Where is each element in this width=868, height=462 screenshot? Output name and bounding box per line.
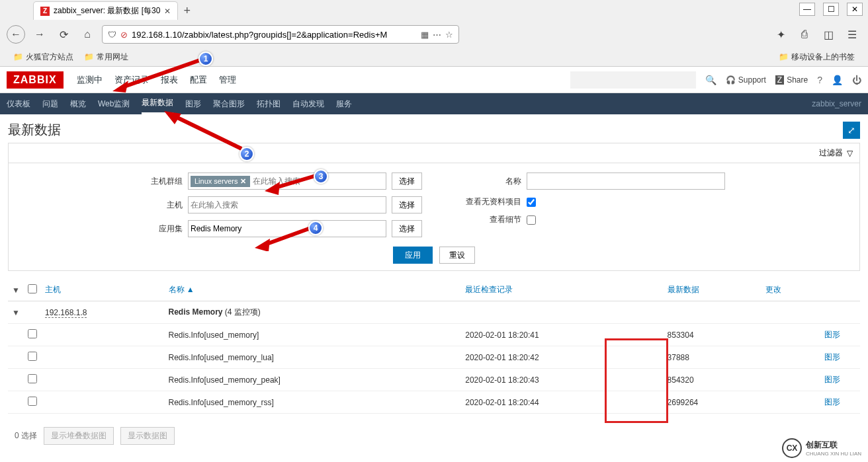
hostgroup-field[interactable]: Linux servers ✕ bbox=[188, 173, 386, 190]
sub-nav: 仪表板 问题 概览 Web监测 最新数据 图形 聚合图形 拓扑图 自动发现 服务… bbox=[0, 93, 868, 114]
menu-icon[interactable]: ☰ bbox=[843, 25, 861, 44]
tag-remove-icon[interactable]: ✕ bbox=[240, 177, 246, 186]
filter-toggle-bar[interactable]: 过滤器 ▽ bbox=[8, 143, 860, 163]
table-footer: 0 选择 显示堆叠数据图 显示数据图 bbox=[8, 420, 860, 451]
col-latest[interactable]: 最新数据 bbox=[664, 279, 761, 301]
window-controls: — ☐ ✕ bbox=[799, 3, 863, 16]
subnav-screens[interactable]: 聚合图形 bbox=[213, 98, 245, 110]
subnav-overview[interactable]: 概览 bbox=[70, 98, 86, 110]
graph-link[interactable]: 图形 bbox=[820, 369, 860, 391]
share-link[interactable]: Z Share bbox=[775, 75, 808, 85]
server-label: zabbix_server bbox=[812, 99, 861, 108]
table-row: Redis.Info[used_memory_lua] 2020-02-01 1… bbox=[8, 346, 860, 369]
hostgroup-tag: Linux servers ✕ bbox=[191, 176, 250, 187]
new-tab-button[interactable]: + bbox=[183, 4, 191, 18]
watermark: CX 创新互联 CHUANG XIN HU LIAN bbox=[782, 438, 861, 458]
table-row: Redis.Info[used_memory] 2020-02-01 18:20… bbox=[8, 324, 860, 346]
browser-chrome: — ☐ ✕ Z zabbix_server: 最新数据 [每30 ✕ + ← →… bbox=[0, 0, 868, 67]
graph-button[interactable]: 显示数据图 bbox=[120, 427, 175, 445]
app-select-btn[interactable]: 选择 bbox=[392, 220, 422, 237]
subnav-services[interactable]: 服务 bbox=[336, 98, 352, 110]
power-icon[interactable]: ⏻ bbox=[852, 75, 861, 85]
host-input[interactable] bbox=[191, 200, 384, 210]
zabbix-logo[interactable]: ZABBIX bbox=[7, 71, 64, 89]
library-icon[interactable]: ⎙ bbox=[795, 25, 814, 44]
graph-link[interactable]: 图形 bbox=[820, 391, 860, 414]
sidebar-icon[interactable]: ◫ bbox=[819, 25, 838, 44]
reload-button[interactable]: ⟳ bbox=[54, 25, 73, 44]
expand-all-icon[interactable]: ▼ bbox=[12, 286, 20, 295]
stacked-graph-button[interactable]: 显示堆叠数据图 bbox=[44, 427, 114, 445]
row-checkbox[interactable] bbox=[28, 329, 37, 338]
col-host[interactable]: 主机 bbox=[41, 279, 165, 301]
bookmark-mobile[interactable]: 📁 移动设备上的书签 bbox=[779, 52, 855, 63]
item-value: 2699264 bbox=[664, 391, 761, 414]
reset-button[interactable]: 重设 bbox=[439, 247, 475, 264]
col-name[interactable]: 名称 ▲ bbox=[165, 279, 462, 301]
forward-button[interactable]: → bbox=[30, 25, 49, 44]
zabbix-header: ZABBIX 监测中 资产记录 报表 配置 管理 🔍 🎧 Support Z S… bbox=[0, 67, 868, 93]
address-bar[interactable]: 🛡 ⊘ ▦ ⋯ ☆ bbox=[102, 25, 459, 44]
show-empty-checkbox[interactable] bbox=[527, 198, 536, 207]
subnav-problems[interactable]: 问题 bbox=[42, 98, 58, 110]
subnav-dashboard[interactable]: 仪表板 bbox=[7, 98, 30, 110]
row-checkbox[interactable] bbox=[28, 352, 37, 361]
global-search[interactable] bbox=[570, 71, 696, 89]
browser-tab[interactable]: Z zabbix_server: 最新数据 [每30 ✕ bbox=[33, 1, 178, 20]
support-link[interactable]: 🎧 Support bbox=[726, 75, 766, 85]
col-lastcheck[interactable]: 最近检查记录 bbox=[461, 279, 663, 301]
subnav-maps[interactable]: 拓扑图 bbox=[257, 98, 281, 110]
subnav-web[interactable]: Web监测 bbox=[98, 98, 130, 110]
collapse-icon[interactable]: ▼ bbox=[12, 308, 20, 317]
menu-monitoring[interactable]: 监测中 bbox=[77, 74, 103, 86]
host-field[interactable] bbox=[188, 196, 386, 213]
bookmarks-bar: 📁 火狐官方站点 📁 常用网址 📁 移动设备上的书签 bbox=[0, 48, 868, 66]
show-detail-checkbox[interactable] bbox=[527, 215, 536, 225]
row-checkbox[interactable] bbox=[28, 374, 37, 383]
hostgroup-select-btn[interactable]: 选择 bbox=[392, 173, 422, 190]
app-input[interactable] bbox=[191, 224, 384, 233]
subnav-discovery[interactable]: 自动发现 bbox=[292, 98, 324, 110]
menu-admin[interactable]: 管理 bbox=[219, 74, 236, 86]
maximize-button[interactable]: ☐ bbox=[823, 3, 839, 16]
more-icon[interactable]: ⋯ bbox=[433, 30, 441, 40]
menu-inventory[interactable]: 资产记录 bbox=[114, 74, 149, 86]
search-icon[interactable]: 🔍 bbox=[705, 75, 716, 85]
minimize-button[interactable]: — bbox=[799, 3, 815, 16]
table-row: Redis.Info[used_memory_peak] 2020-02-01 … bbox=[8, 369, 860, 391]
item-value: 854320 bbox=[664, 369, 761, 391]
app-field[interactable] bbox=[188, 220, 386, 237]
close-button[interactable]: ✕ bbox=[847, 3, 863, 16]
item-timestamp: 2020-02-01 18:20:42 bbox=[461, 346, 663, 369]
home-button[interactable]: ⌂ bbox=[78, 25, 97, 44]
graph-link[interactable]: 图形 bbox=[820, 346, 860, 369]
help-icon[interactable]: ? bbox=[817, 75, 822, 85]
apply-button[interactable]: 应用 bbox=[393, 247, 433, 264]
url-input[interactable] bbox=[132, 30, 417, 40]
name-input[interactable] bbox=[529, 176, 722, 186]
user-icon[interactable]: 👤 bbox=[832, 75, 843, 85]
bookmark-firefox[interactable]: 📁 火狐官方站点 bbox=[13, 52, 73, 63]
graph-link[interactable]: 图形 bbox=[820, 324, 860, 346]
menu-config[interactable]: 配置 bbox=[190, 74, 207, 86]
host-ip[interactable]: 192.168.1.8 bbox=[45, 308, 87, 318]
reader-icon[interactable]: ▦ bbox=[421, 30, 429, 40]
bookmark-star-icon[interactable]: ☆ bbox=[445, 30, 453, 40]
extension-icon[interactable]: ✦ bbox=[771, 25, 790, 44]
row-checkbox[interactable] bbox=[28, 397, 37, 406]
fullscreen-icon[interactable]: ⤢ bbox=[843, 122, 860, 139]
host-select-btn[interactable]: 选择 bbox=[392, 196, 422, 213]
select-all-checkbox[interactable] bbox=[28, 284, 37, 293]
item-value: 853304 bbox=[664, 324, 761, 346]
subnav-latest[interactable]: 最新数据 bbox=[142, 97, 173, 114]
subnav-graphs[interactable]: 图形 bbox=[185, 98, 201, 110]
bookmark-common[interactable]: 📁 常用网址 bbox=[84, 52, 128, 63]
label-app: 应用集 bbox=[143, 223, 183, 235]
name-field[interactable] bbox=[527, 173, 725, 190]
col-change[interactable]: 更改 bbox=[761, 279, 820, 301]
back-button[interactable]: ← bbox=[7, 25, 25, 44]
item-name: Redis.Info[used_memory_peak] bbox=[165, 369, 462, 391]
menu-reports[interactable]: 报表 bbox=[161, 74, 178, 86]
page-title-row: 最新数据 ⤢ bbox=[8, 121, 860, 139]
tab-close-icon[interactable]: ✕ bbox=[164, 7, 171, 16]
